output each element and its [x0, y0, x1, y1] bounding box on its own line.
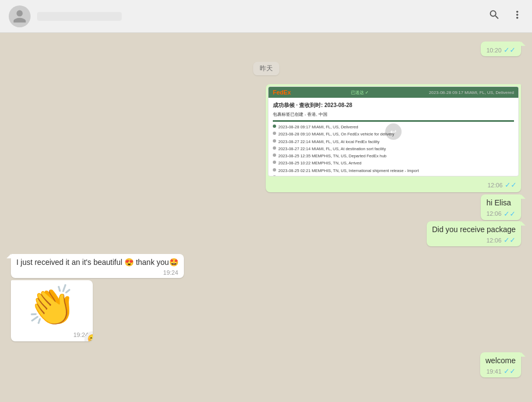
- fedex-progress-bar: [273, 120, 514, 122]
- message-text: welcome: [486, 356, 516, 365]
- avatar[interactable]: [9, 5, 31, 27]
- fedex-preview: FedEx 已送达 ✓ 2023-08-28 09:17 MIAMI, FL, …: [268, 86, 519, 176]
- message-text: I just received it an it's beautiful 😍 t…: [16, 258, 178, 267]
- chat-area: 10:20 ✓✓ 昨天 FedEx 已送达 ✓ 2023-08-28 09:17…: [0, 33, 532, 402]
- read-tick: ✓✓: [505, 181, 517, 189]
- message-row: hi Elisa 12:06 ✓✓: [11, 194, 521, 220]
- message-bubble: hi Elisa 12:06 ✓✓: [481, 194, 521, 220]
- message-row: Did you receive package 12:06 ✓✓: [11, 221, 521, 247]
- fedex-title: 成功恭候 · 查收到时: 2023-08-28: [273, 101, 514, 109]
- message-text: Did you receive package: [432, 225, 516, 234]
- message-time: 12:06: [486, 237, 501, 244]
- fedex-header: FedEx 已送达 ✓ 2023-08-28 09:17 MIAMI, FL, …: [268, 87, 518, 98]
- message-bubble: welcome 19:41 ✓✓: [480, 352, 521, 378]
- fedex-date: 2023-08-28 09:17 MIAMI, FL, US, Delivere…: [429, 90, 514, 95]
- fedex-subtitle: 包裹标签已创建 - 香港, 中国: [273, 111, 514, 118]
- fedex-row: 2023-08-27 22:14 MIAMI, FL, US, At desti…: [273, 146, 514, 152]
- fedex-logo: FedEx: [273, 89, 291, 96]
- message-time: 12:06: [486, 210, 501, 217]
- date-separator: 昨天: [11, 62, 521, 75]
- fedex-status: 已送达 ✓: [351, 90, 369, 96]
- fedex-row: 2023-08-25 02:21 MEMPHIS, TN, US, Intern…: [273, 168, 514, 174]
- clap-emoji: 👏: [11, 280, 93, 330]
- fedex-row: 2023-08-25 10:22 MEMPHIS, TN, US, Arrive…: [273, 160, 514, 166]
- person-icon: [12, 9, 27, 24]
- message-bubble: Did you receive package 12:06 ✓✓: [427, 221, 521, 247]
- message-row: FedEx 已送达 ✓ 2023-08-28 09:17 MIAMI, FL, …: [11, 84, 521, 192]
- image-footer: 12:06 ✓✓: [266, 179, 521, 192]
- read-tick: ✓✓: [504, 46, 516, 54]
- message-time: 12:06: [487, 182, 503, 188]
- message-row: welcome 19:41 ✓✓: [11, 352, 521, 378]
- fedex-row: 2023-08-24 12:47 MEMPHIS, TN, US, At Fed…: [273, 175, 514, 176]
- header-actions: [488, 9, 523, 23]
- message-row: 👏 19:24 😊: [11, 280, 521, 341]
- contact-name-bar: [37, 12, 122, 21]
- emoji-bubble: 👏 19:24 😊: [11, 280, 93, 341]
- date-label: 昨天: [253, 62, 279, 75]
- message-row: I just received it an it's beautiful 😍 t…: [11, 254, 521, 278]
- message-bubble: I just received it an it's beautiful 😍 t…: [11, 254, 184, 278]
- more-options-icon[interactable]: [511, 9, 523, 23]
- read-tick: ✓✓: [504, 210, 516, 218]
- share-button[interactable]: ↩: [385, 123, 402, 140]
- fedex-row: 2023-08-25 12:35 MEMPHIS, TN, US, Depart…: [273, 153, 514, 159]
- emoji-footer: 19:24: [11, 330, 93, 341]
- chat-header: [0, 0, 532, 33]
- search-icon[interactable]: [488, 9, 500, 23]
- image-bubble[interactable]: FedEx 已送达 ✓ 2023-08-28 09:17 MIAMI, FL, …: [266, 84, 521, 192]
- read-tick: ✓✓: [504, 367, 516, 375]
- message-bubble: 10:20 ✓✓: [481, 42, 521, 56]
- read-tick: ✓✓: [504, 236, 516, 244]
- message-time: 10:20: [486, 47, 501, 54]
- message-time: 19:41: [486, 368, 501, 375]
- message-row: 10:20 ✓✓: [11, 42, 521, 56]
- message-text: hi Elisa: [486, 198, 511, 207]
- message-time: 19:24: [163, 269, 178, 276]
